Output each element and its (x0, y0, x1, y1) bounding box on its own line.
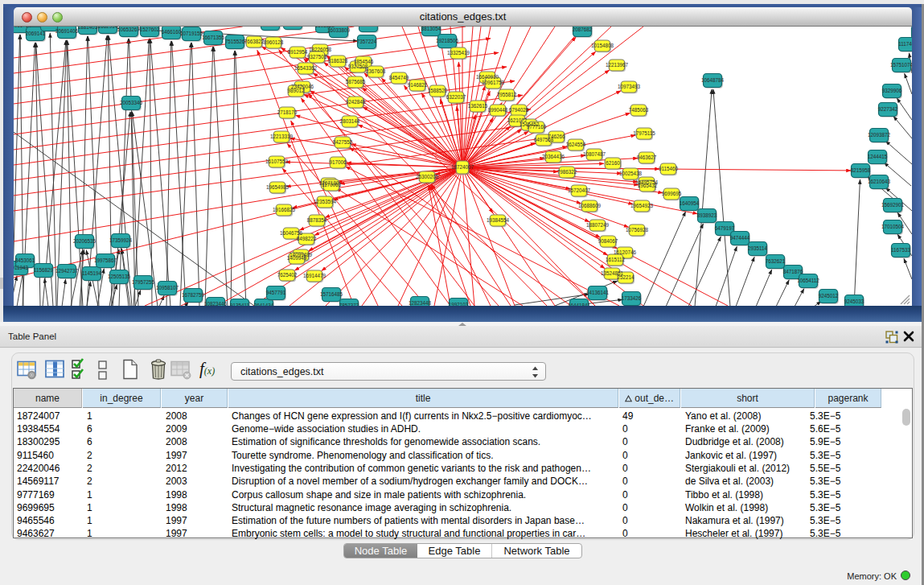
svg-text:2367608: 2367608 (366, 68, 386, 74)
svg-text:8427552: 8427552 (333, 139, 353, 145)
svg-text:1170063: 1170063 (322, 182, 342, 187)
svg-text:1527602: 1527602 (140, 27, 160, 32)
svg-text:7632621: 7632621 (766, 258, 786, 264)
svg-text:9329906: 9329906 (882, 88, 902, 93)
svg-text:16210643: 16210643 (868, 179, 891, 184)
svg-text:13325419: 13325419 (447, 50, 470, 56)
svg-text:9245012: 9245012 (819, 293, 839, 299)
svg-text:10823446: 10823446 (204, 301, 228, 306)
svg-text:19975867: 19975867 (94, 257, 117, 263)
svg-text:5875685: 5875685 (346, 79, 366, 84)
svg-text:1167533: 1167533 (891, 247, 911, 253)
svg-text:3911943: 3911943 (14, 265, 29, 270)
svg-text:18226058: 18226058 (309, 47, 332, 52)
svg-text:19166825: 19166825 (273, 207, 296, 212)
svg-text:14055724: 14055724 (14, 27, 31, 28)
svg-text:7663822: 7663822 (244, 39, 265, 44)
svg-text:16782759: 16782759 (182, 292, 205, 298)
svg-text:12213319: 12213319 (270, 134, 294, 139)
svg-text:252214: 252214 (617, 274, 634, 280)
svg-text:1733426: 1733426 (622, 295, 642, 301)
svg-text:12823448: 12823448 (409, 300, 432, 306)
svg-text:12093872: 12093872 (868, 132, 891, 138)
svg-text:16441841: 16441841 (568, 303, 591, 306)
svg-text:7625402: 7625402 (277, 272, 298, 278)
svg-text:17975115: 17975115 (633, 130, 655, 136)
svg-text:18807249: 18807249 (586, 222, 610, 228)
svg-text:1854546: 1854546 (354, 59, 374, 64)
svg-text:14136141: 14136141 (586, 290, 610, 295)
svg-text:16033809: 16033809 (327, 27, 351, 33)
svg-text:19654923: 19654923 (630, 203, 654, 208)
svg-text:3624554: 3624554 (566, 142, 586, 147)
svg-text:9135411: 9135411 (230, 303, 250, 306)
svg-text:19384554: 19384554 (487, 217, 510, 223)
svg-text:19654985: 19654985 (266, 184, 290, 190)
svg-text:8912954: 8912954 (288, 49, 308, 55)
svg-text:8813054: 8813054 (421, 27, 441, 31)
svg-text:16046756: 16046756 (280, 230, 303, 236)
svg-text:9115460: 9115460 (659, 166, 679, 171)
svg-text:1992103: 1992103 (449, 302, 469, 306)
svg-text:989012: 989012 (287, 88, 305, 93)
svg-text:917006: 917006 (329, 159, 347, 165)
svg-text:7485063: 7485063 (629, 107, 649, 113)
svg-text:8498222: 8498222 (297, 236, 317, 241)
svg-text:1156829: 1156829 (34, 267, 54, 273)
svg-text:19218506: 19218506 (436, 38, 459, 43)
svg-text:6479197: 6479197 (715, 225, 735, 231)
svg-text:9699695: 9699695 (662, 191, 682, 196)
svg-text:18724007: 18724007 (451, 164, 474, 170)
svg-text:7955812: 7955812 (497, 92, 517, 97)
svg-text:6466160: 6466160 (162, 29, 182, 35)
svg-text:9146821: 9146821 (408, 82, 428, 88)
svg-text:9242848: 9242848 (346, 99, 366, 105)
svg-text:10688609: 10688609 (578, 203, 602, 208)
svg-text:1662914: 1662914 (98, 27, 118, 29)
svg-text:10648784: 10648784 (701, 77, 725, 83)
svg-text:17010504: 17010504 (881, 224, 905, 229)
svg-text:1117404: 1117404 (898, 41, 912, 47)
svg-text:6322037: 6322037 (446, 94, 466, 100)
svg-text:746266: 746266 (548, 134, 565, 139)
svg-text:10654112: 10654112 (797, 278, 819, 283)
svg-text:15751074: 15751074 (890, 62, 912, 68)
svg-text:8878354: 8878354 (307, 217, 327, 223)
svg-text:9463627: 9463627 (637, 154, 657, 160)
svg-text:8912054: 8912054 (359, 27, 379, 27)
svg-text:9777169: 9777169 (527, 124, 547, 130)
svg-text:16640910: 16640910 (476, 74, 499, 80)
svg-text:10719155: 10719155 (180, 31, 203, 36)
svg-text:20206535: 20206535 (73, 238, 97, 244)
svg-text:10756928: 10756928 (626, 227, 649, 233)
svg-text:7357224: 7357224 (357, 39, 377, 44)
svg-text:12505135: 12505135 (108, 274, 131, 279)
svg-text:16120746: 16120746 (614, 249, 637, 255)
svg-text:17957255: 17957255 (132, 279, 155, 285)
svg-text:1965432: 1965432 (638, 183, 658, 188)
svg-text:6794028: 6794028 (509, 107, 529, 113)
svg-text:8453061: 8453061 (15, 257, 35, 263)
svg-text:20691406: 20691406 (55, 28, 79, 34)
svg-text:8960128: 8960128 (264, 39, 284, 45)
svg-text:7515526: 7515526 (225, 39, 245, 44)
svg-text:2641434: 2641434 (254, 303, 274, 306)
svg-text:10973493: 10973493 (618, 84, 641, 89)
svg-text:16671355: 16671355 (202, 35, 225, 40)
svg-text:15716485: 15716485 (320, 291, 343, 297)
svg-text:9245033: 9245033 (844, 299, 864, 304)
svg-text:10025438: 10025438 (619, 171, 643, 176)
svg-text:1615112: 1615112 (606, 257, 626, 262)
svg-text:12942737: 12942737 (55, 268, 79, 274)
svg-text:9084067: 9084067 (598, 238, 618, 244)
svg-text:2069141: 2069141 (26, 31, 46, 36)
svg-text:8454749: 8454749 (389, 75, 409, 80)
svg-text:25300205: 25300205 (416, 174, 439, 179)
svg-text:9457791: 9457791 (266, 290, 286, 295)
svg-text:1244415: 1244415 (868, 154, 888, 159)
svg-text:16543362: 16543362 (294, 65, 318, 71)
svg-text:1881401: 1881401 (78, 27, 98, 30)
svg-text:9327503: 9327503 (307, 54, 327, 60)
svg-text:16914479: 16914479 (303, 273, 326, 278)
svg-text:62160: 62160 (606, 160, 620, 166)
